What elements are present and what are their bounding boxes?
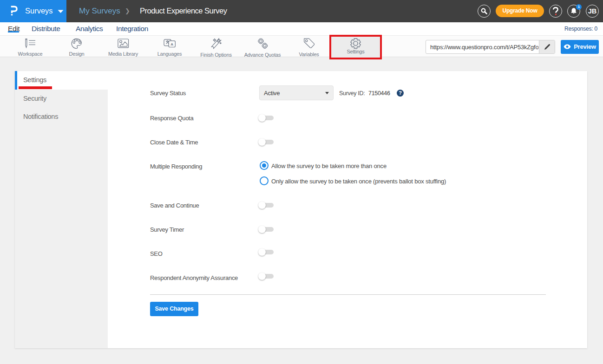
svg-text:A: A xyxy=(170,42,173,46)
